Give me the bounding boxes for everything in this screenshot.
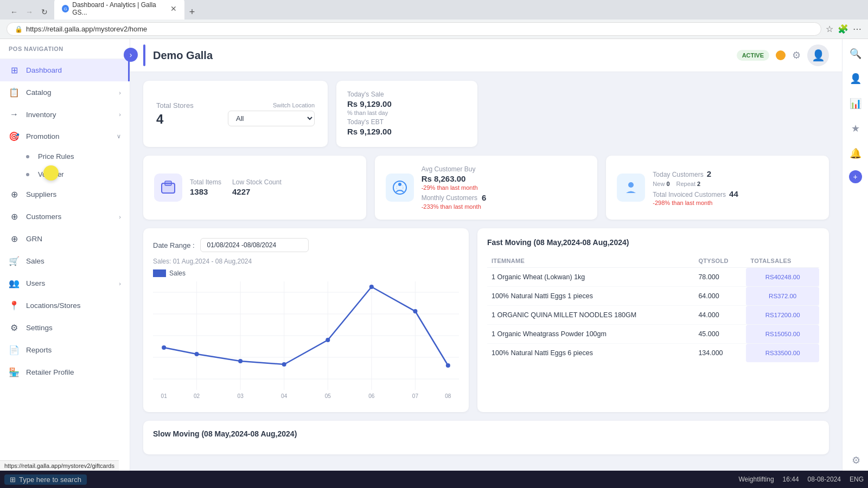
invoiced-value: 44: [729, 189, 738, 198]
retailer-icon: 🏪: [9, 367, 20, 377]
invoiced-label: Total Invoiced Customers: [653, 191, 726, 198]
avg-pct-text: than last month: [437, 184, 477, 191]
chart-legend: Sales: [153, 269, 459, 277]
svg-text:04: 04: [281, 393, 288, 399]
suppliers-icon: ⊕: [9, 189, 20, 200]
sidebar-item-promotion[interactable]: 🎯 Promotion ∨: [0, 125, 130, 147]
chart-panel: Date Range : Sales: 01 Aug,2024 - 08 Aug…: [143, 228, 469, 412]
new-tab-btn[interactable]: +: [184, 4, 200, 20]
sidebar-item-price-rules[interactable]: Price Rules: [0, 147, 130, 165]
sidebar-item-settings[interactable]: ⚙ Settings: [0, 317, 130, 339]
browser-refresh-btn[interactable]: ↻: [37, 4, 52, 20]
content-header: Demo Galla ACTIVE ⚙ 👤: [130, 39, 842, 72]
sidebar-label-catalog: Catalog: [26, 88, 52, 97]
extensions-icon[interactable]: 🧩: [838, 24, 848, 34]
browser-tabs: ← → ↻ G Dashboard - Analytics | Galla GS…: [0, 0, 868, 20]
sidebar-label-retailer: Retailer Profile: [26, 368, 74, 376]
sidebar-item-locations[interactable]: 📍 Locations/Stores: [0, 294, 130, 317]
item-name-cell: 100% Natural Natti Eggs 6 pieces: [487, 344, 694, 363]
sidebar-item-suppliers[interactable]: ⊕ Suppliers: [0, 183, 130, 206]
settings-icon: ⚙: [9, 323, 20, 333]
bell-right-icon[interactable]: 🔔: [847, 145, 864, 162]
monthly-label: Monthly Customers: [422, 194, 477, 202]
chart-header: Date Range :: [153, 238, 459, 252]
user-avatar[interactable]: 👤: [807, 44, 829, 66]
fast-moving-row: 100% Natural Natti Eggs 6 pieces 134.000…: [487, 344, 819, 363]
date-range-input[interactable]: [200, 238, 309, 252]
sidebar-item-users[interactable]: 👥 Users ›: [0, 272, 130, 294]
location-select[interactable]: All: [228, 111, 315, 126]
svg-text:02: 02: [194, 393, 200, 399]
sidebar-toggle-btn[interactable]: ›: [124, 48, 138, 62]
active-status-badge: ACTIVE: [737, 50, 769, 61]
sidebar-item-retailer[interactable]: 🏪 Retailer Profile: [0, 361, 130, 383]
monthly-pct: -233%: [422, 203, 439, 210]
promotion-chevron-icon: ∨: [117, 133, 121, 140]
qty-cell: 44.000: [694, 306, 746, 325]
statusbar-time: 16:44: [783, 476, 799, 483]
fast-moving-row: 100% Natural Natti Eggs 1 pieces 64.000 …: [487, 287, 819, 306]
status-bar: ⊞ Type here to search Weightlifting 16:4…: [0, 471, 868, 488]
low-stock-value: 4227: [232, 187, 282, 196]
qty-cell: 45.000: [694, 325, 746, 344]
sales-cell: RS372.00: [746, 287, 819, 306]
sidebar-label-price-rules: Price Rules: [38, 152, 74, 160]
menu-icon[interactable]: ⋯: [853, 24, 861, 34]
search-right-icon[interactable]: 🔍: [847, 46, 864, 62]
star-right-icon[interactable]: ★: [849, 120, 862, 137]
fast-moving-row: 1 Organic Wheat (Lokwan) 1kg 78.000 RS40…: [487, 268, 819, 287]
sidebar-label-sales: Sales: [26, 257, 44, 265]
stats-top-row: Total Stores 4 Switch Location All Today…: [130, 72, 842, 147]
sales-chart: 01 02 03 04 05 06 07 08: [153, 281, 459, 401]
chart-right-icon[interactable]: 📊: [847, 95, 864, 112]
bookmark-star-icon[interactable]: ☆: [826, 24, 833, 34]
statusbar-app: Weightlifting: [738, 476, 774, 483]
sales-cell: RS15050.00: [746, 325, 819, 344]
new-label: New 0: [653, 181, 669, 187]
total-stores-label: Total Stores: [156, 101, 194, 110]
sidebar-item-sales[interactable]: 🛒 Sales: [0, 250, 130, 272]
invoiced-sub: -298% than last month: [653, 200, 818, 206]
monthly-sub: -233% than last month: [422, 203, 587, 210]
sidebar-item-dashboard[interactable]: ⊞ Dashboard: [0, 59, 130, 81]
inventory-stat-card: Total Items 1383 Low Stock Count 4227: [143, 156, 366, 220]
low-stock-label: Low Stock Count: [232, 178, 282, 186]
total-items-label: Total Items: [190, 178, 221, 186]
slow-moving-section: Slow Moving (08 May,2024-08 Aug,2024): [130, 421, 842, 454]
inventory-icon: →: [9, 110, 20, 119]
sidebar-item-voucher[interactable]: Voucher: [0, 165, 130, 183]
sidebar-item-grn[interactable]: ⊕ GRN: [0, 228, 130, 250]
settings-gear-icon[interactable]: ⚙: [792, 49, 801, 61]
switch-location-label: Switch Location: [273, 102, 315, 108]
start-button[interactable]: ⊞ Type here to search: [4, 474, 87, 485]
gear-right-icon[interactable]: ⚙: [850, 452, 863, 468]
svg-text:07: 07: [412, 393, 419, 399]
address-bar[interactable]: 🔒 https://retail.galla.app/mystorev2/hom…: [7, 22, 821, 36]
browser-forward-btn[interactable]: →: [22, 4, 37, 20]
browser-back-btn[interactable]: ←: [7, 4, 22, 20]
avg-value: Rs 8,263.00: [422, 174, 587, 183]
add-right-btn[interactable]: +: [849, 170, 862, 183]
tab-close-btn[interactable]: ✕: [170, 4, 177, 13]
sidebar-item-reports[interactable]: 📄 Reports: [0, 339, 130, 361]
catalog-icon: 📋: [9, 87, 20, 98]
svg-text:08: 08: [445, 393, 451, 399]
svg-text:06: 06: [368, 393, 375, 399]
sidebar-item-inventory[interactable]: → Inventory ›: [0, 104, 130, 125]
avg-customer-content: Avg Customer Buy Rs 8,263.00 -29% than l…: [422, 165, 587, 210]
active-browser-tab[interactable]: G Dashboard - Analytics | Galla GS... ✕: [54, 0, 184, 20]
sale-content: Today's Sale Rs 9,129.00 % than last day…: [347, 91, 467, 137]
sale-sub: % than last day: [347, 110, 467, 116]
promotion-icon: 🎯: [9, 131, 20, 142]
chart-sales-title: Sales: 01 Aug,2024 - 08 Aug,2024: [153, 258, 459, 265]
total-stores-section: Total Stores 4: [156, 101, 194, 127]
app-layout: POS NAVIGATION ⊞ Dashboard 📋 Catalog › →…: [0, 39, 868, 488]
customers-chevron-icon: ›: [119, 214, 121, 220]
fast-moving-row: 1 ORGANIC QUINA MILLET NOODLES 180GM 44.…: [487, 306, 819, 325]
person-right-icon[interactable]: 👤: [847, 70, 864, 87]
yellow-indicator: [43, 165, 59, 181]
col-qtysold: QTYSOLD: [694, 254, 746, 268]
sale-label: Today's Sale: [347, 91, 467, 98]
sidebar-item-catalog[interactable]: 📋 Catalog ›: [0, 81, 130, 104]
sidebar-item-customers[interactable]: ⊕ Customers ›: [0, 206, 130, 228]
